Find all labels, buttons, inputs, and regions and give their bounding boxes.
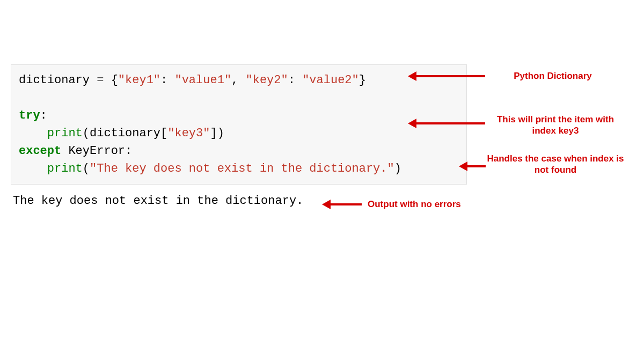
token-brace: } xyxy=(359,74,366,87)
token-string: "key2" xyxy=(246,74,288,87)
token-paren: ( xyxy=(83,162,90,175)
token-operator: = xyxy=(90,74,111,87)
token-bracket: ] xyxy=(210,127,217,140)
token-variable: dictionary xyxy=(19,74,90,87)
token-comma: , xyxy=(231,74,245,87)
token-string: "value2" xyxy=(302,74,359,87)
token-colon: : xyxy=(160,74,174,87)
token-colon: : xyxy=(40,109,47,122)
token-bracket: [ xyxy=(160,127,167,140)
token-paren: ) xyxy=(394,162,401,175)
token-colon: : xyxy=(125,144,132,158)
token-string: "key3" xyxy=(167,127,210,140)
token-keyword-except: except xyxy=(19,144,61,158)
annotation-print-item: This will print the item with index key3 xyxy=(486,114,625,137)
token-variable: dictionary xyxy=(90,127,160,140)
token-brace: { xyxy=(111,74,118,87)
token-builtin-print: print xyxy=(47,162,83,175)
annotation-output: Output with no errors xyxy=(368,199,486,210)
token-string: "The key does not exist in the dictionar… xyxy=(90,162,394,175)
token-exception: KeyError xyxy=(68,144,125,158)
token-keyword-try: try xyxy=(19,109,40,122)
code-block: dictionary = {"key1": "value1", "key2": … xyxy=(11,64,467,185)
indent xyxy=(19,127,47,140)
space xyxy=(61,144,68,158)
annotation-python-dictionary: Python Dictionary xyxy=(499,70,606,82)
token-builtin-print: print xyxy=(47,127,83,140)
token-string: "key1" xyxy=(118,74,160,87)
token-string: "value1" xyxy=(174,74,231,87)
token-paren: ) xyxy=(217,127,224,140)
token-colon: : xyxy=(288,74,302,87)
token-paren: ( xyxy=(83,127,90,140)
indent xyxy=(19,162,47,175)
annotation-handles-case: Handles the case when index is not found xyxy=(486,153,625,176)
